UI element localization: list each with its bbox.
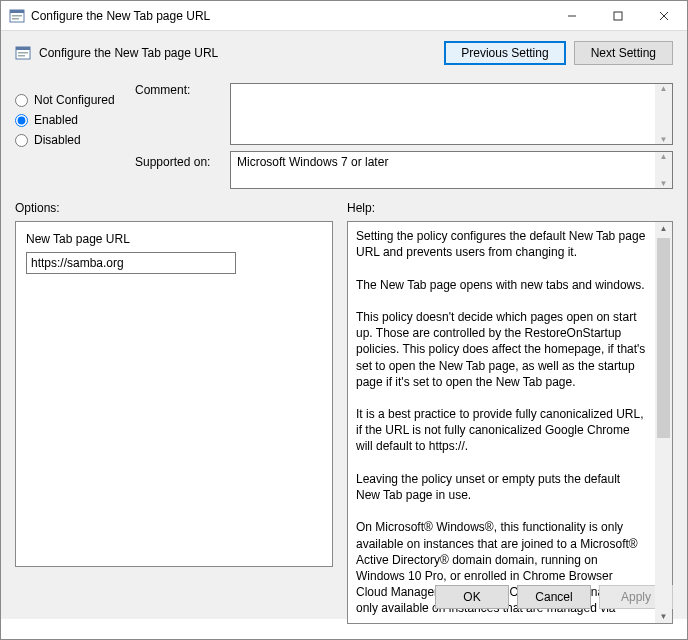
svg-rect-9 xyxy=(16,47,30,50)
scrollbar[interactable]: ▲ ▼ xyxy=(655,152,672,188)
toolbar-title: Configure the New Tab page URL xyxy=(39,46,436,60)
maximize-button[interactable] xyxy=(595,1,641,30)
new-tab-url-input[interactable] xyxy=(26,252,236,274)
scroll-down-icon: ▼ xyxy=(655,612,672,621)
ok-button[interactable]: OK xyxy=(435,585,509,609)
scroll-up-icon: ▲ xyxy=(660,152,668,161)
toolbar: Configure the New Tab page URL Previous … xyxy=(1,31,687,73)
policy-body: Options: New Tab page URL Help: Setting … xyxy=(1,195,687,577)
policy-icon xyxy=(15,45,31,61)
radio-label: Enabled xyxy=(34,113,78,127)
svg-rect-3 xyxy=(12,18,19,20)
svg-rect-5 xyxy=(614,12,622,20)
svg-rect-2 xyxy=(12,15,22,17)
state-radio-group: Not Configured Enabled Disabled xyxy=(15,83,135,189)
help-text: Setting the policy configures the defaul… xyxy=(348,222,655,623)
scroll-up-icon: ▲ xyxy=(655,224,672,233)
help-box: Setting the policy configures the defaul… xyxy=(347,221,673,624)
state-disabled[interactable]: Disabled xyxy=(15,133,135,147)
radio-enabled[interactable] xyxy=(15,114,28,127)
supported-on-field: Microsoft Windows 7 or later xyxy=(231,152,655,188)
previous-setting-button[interactable]: Previous Setting xyxy=(444,41,565,65)
app-icon xyxy=(9,8,25,24)
new-tab-url-label: New Tab page URL xyxy=(26,232,322,246)
minimize-button[interactable] xyxy=(549,1,595,30)
titlebar: Configure the New Tab page URL xyxy=(1,1,687,31)
scroll-thumb[interactable] xyxy=(657,238,670,438)
svg-rect-10 xyxy=(18,52,28,54)
options-box: New Tab page URL xyxy=(15,221,333,567)
supported-on-field-wrap: Microsoft Windows 7 or later ▲ ▼ xyxy=(230,151,673,189)
cancel-button[interactable]: Cancel xyxy=(517,585,591,609)
state-enabled[interactable]: Enabled xyxy=(15,113,135,127)
scroll-up-icon: ▲ xyxy=(660,84,668,93)
scroll-down-icon: ▼ xyxy=(660,179,668,188)
svg-rect-1 xyxy=(10,10,24,13)
window-title: Configure the New Tab page URL xyxy=(31,9,549,23)
scroll-down-icon: ▼ xyxy=(660,135,668,144)
svg-rect-11 xyxy=(18,55,25,57)
comment-label: Comment: xyxy=(135,83,230,147)
radio-label: Not Configured xyxy=(34,93,115,107)
next-setting-button[interactable]: Next Setting xyxy=(574,41,673,65)
close-button[interactable] xyxy=(641,1,687,30)
help-scrollbar[interactable]: ▲ ▼ xyxy=(655,222,672,623)
options-header: Options: xyxy=(15,201,333,215)
supported-on-label: Supported on: xyxy=(135,155,230,169)
state-not-configured[interactable]: Not Configured xyxy=(15,93,135,107)
help-header: Help: xyxy=(347,201,673,215)
radio-label: Disabled xyxy=(34,133,81,147)
radio-not-configured[interactable] xyxy=(15,94,28,107)
comment-field-wrap: ▲ ▼ xyxy=(230,83,673,145)
radio-disabled[interactable] xyxy=(15,134,28,147)
comment-field[interactable] xyxy=(231,84,655,144)
scrollbar[interactable]: ▲ ▼ xyxy=(655,84,672,144)
policy-header: Not Configured Enabled Disabled Comment:… xyxy=(1,73,687,195)
